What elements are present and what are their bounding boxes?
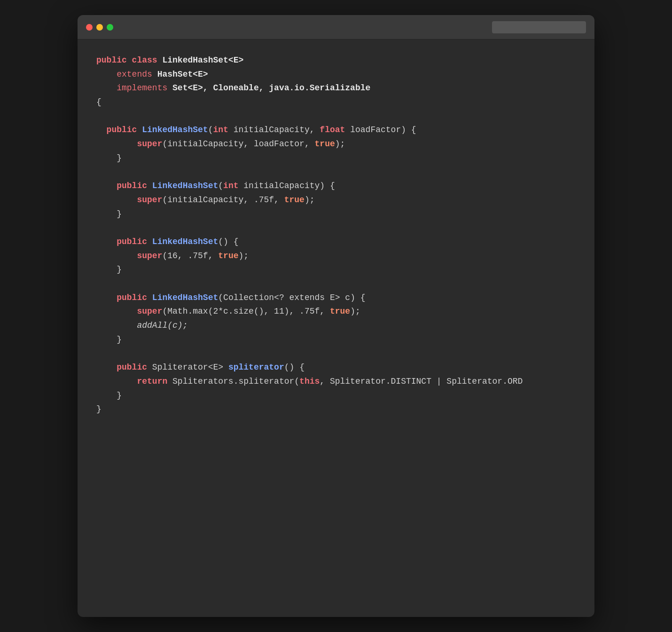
code-line-11: super(initialCapacity, .75f, true); bbox=[96, 193, 576, 207]
code-line-19: super(Math.max(2*c.size(), 11), .75f, tr… bbox=[96, 305, 576, 319]
maximize-button[interactable] bbox=[107, 24, 113, 31]
code-line-2: extends HashSet<E> bbox=[96, 68, 576, 82]
close-button[interactable] bbox=[86, 24, 93, 31]
code-line-14: public LinkedHashSet() { bbox=[96, 235, 576, 249]
code-line-16: } bbox=[96, 263, 576, 277]
code-line-22 bbox=[96, 347, 576, 361]
code-line-17 bbox=[96, 277, 576, 291]
code-line-3: implements Set<E>, Cloneable, java.io.Se… bbox=[96, 81, 576, 95]
code-line-25: } bbox=[96, 389, 576, 403]
code-line-1: public class LinkedHashSet<E> bbox=[96, 54, 576, 68]
code-line-26: } bbox=[96, 403, 576, 417]
code-line-6: public LinkedHashSet(int initialCapacity… bbox=[96, 123, 576, 137]
traffic-lights bbox=[86, 24, 113, 31]
code-line-8: } bbox=[96, 151, 576, 166]
code-line-15: super(16, .75f, true); bbox=[96, 249, 576, 263]
code-line-7: super(initialCapacity, loadFactor, true)… bbox=[96, 137, 576, 151]
code-line-9 bbox=[96, 166, 576, 180]
code-line-13 bbox=[96, 221, 576, 235]
minimize-button[interactable] bbox=[96, 24, 103, 31]
code-line-20: addAll(c); bbox=[96, 319, 576, 333]
code-line-4: { bbox=[96, 95, 576, 110]
code-line-10: public LinkedHashSet(int initialCapacity… bbox=[96, 179, 576, 193]
code-window: public class LinkedHashSet<E> extends Ha… bbox=[78, 15, 594, 617]
code-line-24: return Spliterators.spliterator(this, Sp… bbox=[96, 375, 576, 389]
code-line-18: public LinkedHashSet(Collection<? extend… bbox=[96, 291, 576, 305]
code-line-21: } bbox=[96, 333, 576, 347]
titlebar bbox=[78, 15, 594, 40]
search-box[interactable] bbox=[492, 21, 586, 33]
code-line-5 bbox=[96, 110, 576, 124]
code-line-23: public Spliterator<E> spliterator() { bbox=[96, 361, 576, 375]
code-line-12: } bbox=[96, 207, 576, 221]
code-editor: public class LinkedHashSet<E> extends Ha… bbox=[78, 40, 594, 435]
